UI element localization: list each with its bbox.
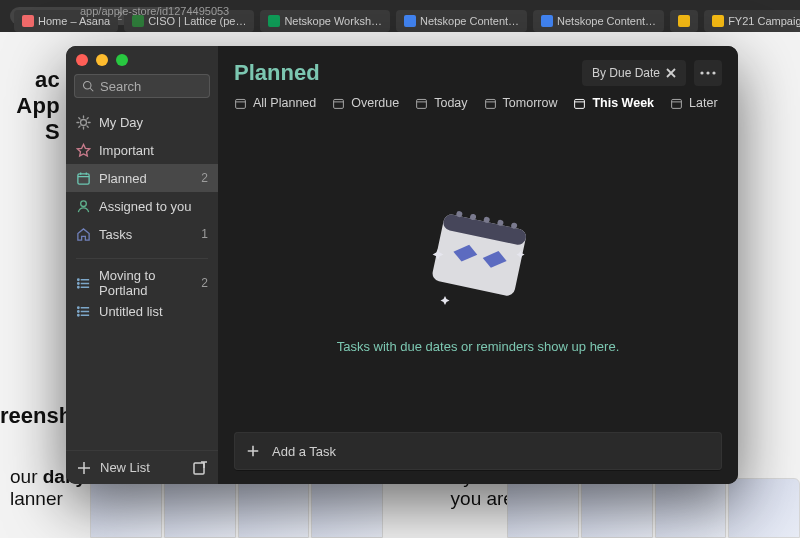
- browser-tab[interactable]: Netskope Content…: [396, 10, 527, 32]
- svg-point-37: [712, 71, 715, 74]
- svg-line-7: [79, 117, 80, 118]
- ellipsis-icon: [700, 71, 716, 75]
- svg-point-19: [78, 279, 80, 281]
- bg-preview-strip: [90, 478, 800, 538]
- sidebar-item-portland[interactable]: Moving to Portland2: [66, 269, 218, 297]
- svg-point-27: [78, 314, 80, 316]
- sidebar-item-label: My Day: [99, 115, 143, 130]
- list-icon: [76, 304, 91, 319]
- sidebar-footer: New List: [66, 450, 218, 484]
- svg-point-35: [700, 71, 703, 74]
- filter-overdue[interactable]: Overdue: [332, 94, 399, 112]
- svg-point-2: [81, 119, 87, 125]
- favicon-icon: [22, 15, 34, 27]
- filter-label: Overdue: [351, 96, 399, 110]
- filter-tomorrow[interactable]: Tomorrow: [484, 94, 558, 112]
- sidebar-item-important[interactable]: Important: [66, 136, 218, 164]
- sidebar-item-myday[interactable]: My Day: [66, 108, 218, 136]
- browser-tab[interactable]: Netskope Worksh…: [260, 10, 390, 32]
- filter-label: Tomorrow: [503, 96, 558, 110]
- close-dot-icon[interactable]: [76, 54, 88, 66]
- svg-point-36: [706, 71, 709, 74]
- browser-tab-label: FY21 Campaign a…: [728, 15, 800, 27]
- url-fragment: app/apple-store/id1274495053: [80, 5, 229, 17]
- zoom-dot-icon[interactable]: [116, 54, 128, 66]
- sidebar-smart-lists: My DayImportantPlanned2Assigned to youTa…: [66, 104, 218, 252]
- sidebar-user-lists: Moving to Portland2Untitled list: [66, 265, 218, 329]
- new-group-icon[interactable]: [192, 460, 208, 476]
- empty-caption: Tasks with due dates or reminders show u…: [337, 339, 620, 354]
- filter-label: This Week: [592, 96, 654, 110]
- filter-all[interactable]: All Planned: [234, 94, 316, 112]
- svg-point-26: [78, 310, 80, 312]
- favicon-icon: [404, 15, 416, 27]
- calendar-icon: [415, 97, 428, 110]
- svg-point-21: [78, 286, 80, 288]
- sidebar-item-untitled[interactable]: Untitled list: [66, 297, 218, 325]
- star-icon: [76, 143, 91, 158]
- add-task-label: Add a Task: [272, 444, 336, 459]
- main-pane: Planned By Due Date All PlannedOverdueTo…: [218, 46, 738, 484]
- new-list-button[interactable]: New List: [100, 460, 150, 475]
- window-traffic-lights[interactable]: [76, 54, 128, 66]
- sort-button[interactable]: By Due Date: [582, 60, 686, 86]
- cal-icon: [76, 171, 91, 186]
- person-icon: [76, 199, 91, 214]
- more-button[interactable]: [694, 60, 722, 86]
- svg-line-1: [90, 88, 93, 91]
- browser-tab[interactable]: [670, 10, 698, 32]
- favicon-icon: [712, 15, 724, 27]
- sidebar-separator: [76, 258, 208, 259]
- browser-tab[interactable]: FY21 Campaign a…: [704, 10, 800, 32]
- calendar-icon: [670, 97, 683, 110]
- plus-icon: [246, 444, 260, 458]
- svg-point-20: [78, 282, 80, 284]
- sidebar: Search My DayImportantPlanned2Assigned t…: [66, 46, 218, 484]
- svg-rect-48: [672, 99, 682, 108]
- close-icon[interactable]: [666, 68, 676, 78]
- sidebar-item-label: Untitled list: [99, 304, 163, 319]
- calendar-icon: [332, 97, 345, 110]
- svg-rect-11: [78, 173, 89, 183]
- browser-tab-label: Netskope Content…: [557, 15, 656, 27]
- sidebar-item-label: Assigned to you: [99, 199, 192, 214]
- list-icon: [76, 276, 91, 291]
- filter-tabs: All PlannedOverdueTodayTomorrowThis Week…: [218, 92, 738, 122]
- sidebar-item-label: Planned: [99, 171, 147, 186]
- svg-rect-46: [575, 99, 585, 108]
- browser-tab-label: Netskope Worksh…: [284, 15, 382, 27]
- search-placeholder: Search: [100, 79, 141, 94]
- home-icon: [76, 227, 91, 242]
- svg-rect-44: [485, 99, 495, 108]
- browser-tab[interactable]: Netskope Content…: [533, 10, 664, 32]
- main-header: Planned By Due Date: [218, 46, 738, 92]
- empty-state: Tasks with due dates or reminders show u…: [218, 122, 738, 432]
- add-task-input[interactable]: Add a Task: [234, 432, 722, 470]
- sort-label: By Due Date: [592, 66, 660, 80]
- sidebar-item-label: Important: [99, 143, 154, 158]
- svg-line-9: [79, 125, 80, 126]
- filter-label: All Planned: [253, 96, 316, 110]
- filter-today[interactable]: Today: [415, 94, 467, 112]
- filter-later[interactable]: Later: [670, 94, 718, 112]
- sidebar-item-label: Tasks: [99, 227, 132, 242]
- filter-thisweek[interactable]: This Week: [573, 94, 654, 112]
- bg-mac-app-store-fragment: ac App S: [0, 67, 60, 145]
- todo-app-window: Search My DayImportantPlanned2Assigned t…: [66, 46, 738, 484]
- empty-calendar-illustration: [408, 201, 548, 321]
- minimize-dot-icon[interactable]: [96, 54, 108, 66]
- search-icon: [82, 80, 94, 92]
- browser-tab-label: Netskope Content…: [420, 15, 519, 27]
- svg-point-15: [81, 200, 87, 206]
- sidebar-item-planned[interactable]: Planned2: [66, 164, 218, 192]
- svg-point-25: [78, 307, 80, 309]
- sidebar-item-assigned[interactable]: Assigned to you: [66, 192, 218, 220]
- sidebar-item-count: 1: [201, 227, 208, 241]
- svg-rect-42: [417, 99, 427, 108]
- sidebar-item-tasks[interactable]: Tasks1: [66, 220, 218, 248]
- search-input[interactable]: Search: [74, 74, 210, 98]
- calendar-icon: [234, 97, 247, 110]
- sidebar-item-label: Moving to Portland: [99, 268, 193, 298]
- svg-rect-40: [334, 99, 344, 108]
- calendar-icon: [484, 97, 497, 110]
